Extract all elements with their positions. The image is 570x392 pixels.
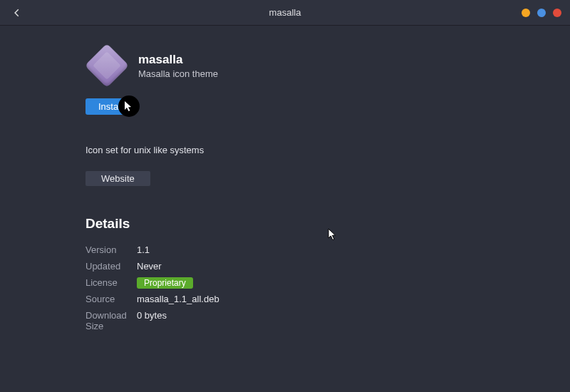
install-button[interactable]: Install bbox=[86, 98, 135, 115]
details-heading: Details bbox=[86, 216, 570, 232]
detail-source: Source masalla_1.1_all.deb bbox=[86, 294, 570, 304]
detail-value: Never bbox=[137, 261, 162, 272]
app-titles: masalla Masalla icon theme bbox=[138, 53, 218, 79]
detail-label: Updated bbox=[86, 261, 137, 272]
minimize-button[interactable] bbox=[522, 9, 530, 17]
detail-updated: Updated Never bbox=[86, 261, 570, 272]
detail-value: Proprietary bbox=[137, 277, 193, 288]
detail-label: Source bbox=[86, 294, 137, 304]
detail-label: License bbox=[86, 277, 137, 288]
close-button[interactable] bbox=[553, 9, 561, 17]
app-description: Icon set for unix like systems bbox=[86, 145, 570, 155]
maximize-button[interactable] bbox=[537, 9, 546, 17]
app-icon bbox=[85, 43, 129, 88]
detail-value: 0 bytes bbox=[137, 310, 167, 331]
main-content: masalla Masalla icon theme Install Icon … bbox=[0, 26, 570, 331]
detail-license: License Proprietary bbox=[86, 277, 570, 288]
detail-label: Download Size bbox=[86, 310, 137, 331]
detail-label: Version bbox=[86, 244, 137, 255]
detail-download: Download Size 0 bytes bbox=[86, 310, 570, 331]
detail-value: masalla_1.1_all.deb bbox=[137, 294, 219, 304]
app-subtitle: Masalla icon theme bbox=[138, 68, 218, 79]
titlebar: masalla bbox=[0, 0, 570, 26]
install-label: Install bbox=[98, 101, 123, 112]
app-header: masalla Masalla icon theme bbox=[86, 46, 570, 86]
website-button[interactable]: Website bbox=[86, 171, 150, 186]
detail-version: Version 1.1 bbox=[86, 244, 570, 255]
window-controls bbox=[522, 9, 561, 17]
back-button[interactable] bbox=[9, 4, 26, 21]
website-label: Website bbox=[101, 173, 135, 184]
license-badge: Proprietary bbox=[137, 277, 193, 289]
detail-value: 1.1 bbox=[137, 244, 150, 255]
window-title: masalla bbox=[269, 7, 301, 18]
app-name: masalla bbox=[138, 53, 218, 67]
